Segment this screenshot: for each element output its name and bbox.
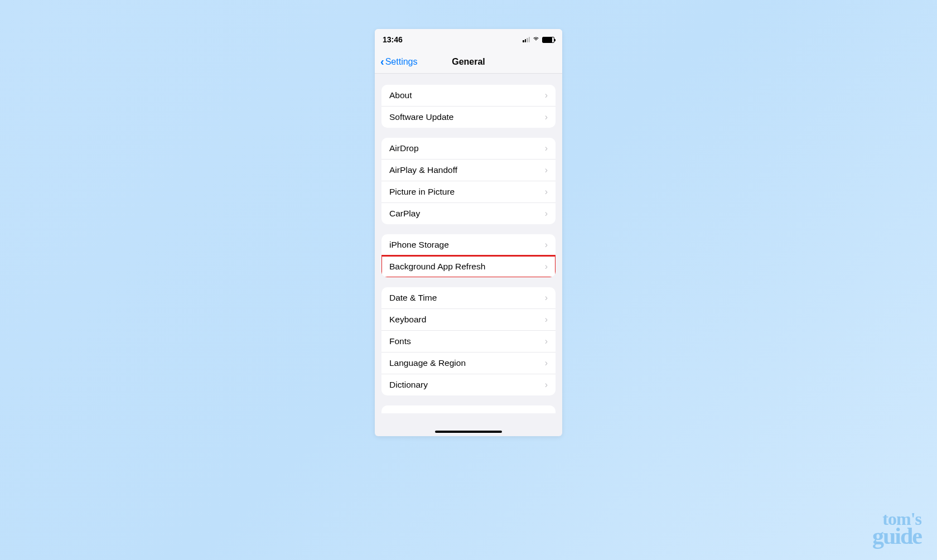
status-time: 13:46 [383, 35, 403, 44]
back-label: Settings [385, 57, 418, 67]
status-bar: 13:46 [375, 29, 562, 50]
chevron-right-icon: › [545, 209, 548, 219]
row-label: Dictionary [389, 380, 428, 390]
settings-content[interactable]: About›Software Update›AirDrop›AirPlay & … [375, 74, 562, 436]
wifi-icon [532, 35, 540, 45]
chevron-right-icon: › [545, 143, 548, 153]
back-button[interactable]: ‹ Settings [380, 55, 417, 68]
row-label: iPhone Storage [389, 240, 449, 250]
section-info: About›Software Update› [381, 85, 556, 128]
section-system: Date & Time›Keyboard›Fonts›Language & Re… [381, 287, 556, 395]
row-airdrop[interactable]: AirDrop› [381, 138, 556, 160]
page-title: General [452, 57, 485, 67]
row-software-update[interactable]: Software Update› [381, 107, 556, 128]
phone-screen: 13:46 ‹ Settings General About›Software … [375, 29, 562, 436]
row-label: Picture in Picture [389, 187, 455, 197]
row-language-region[interactable]: Language & Region› [381, 353, 556, 374]
row-label: Keyboard [389, 315, 426, 325]
row-keyboard[interactable]: Keyboard› [381, 309, 556, 331]
row-label: CarPlay [389, 209, 420, 219]
row-background-app-refresh[interactable]: Background App Refresh› [381, 256, 556, 277]
row-label: About [389, 90, 412, 100]
chevron-right-icon: › [545, 336, 548, 346]
row-picture-in-picture[interactable]: Picture in Picture› [381, 181, 556, 203]
home-indicator[interactable] [435, 431, 502, 433]
row-label: AirDrop [389, 143, 419, 153]
row-label: Language & Region [389, 358, 466, 368]
chevron-right-icon: › [545, 262, 548, 272]
row-label: Background App Refresh [389, 262, 485, 272]
chevron-right-icon: › [545, 112, 548, 122]
battery-icon [542, 37, 554, 43]
row-airplay-handoff[interactable]: AirPlay & Handoff› [381, 160, 556, 181]
chevron-right-icon: › [545, 358, 548, 368]
row-dictionary[interactable]: Dictionary› [381, 374, 556, 395]
cellular-signal-icon [523, 37, 530, 42]
section-connectivity: AirDrop›AirPlay & Handoff›Picture in Pic… [381, 138, 556, 224]
chevron-left-icon: ‹ [380, 55, 384, 68]
row-partial[interactable] [381, 405, 556, 413]
section-partial [381, 405, 556, 413]
row-about[interactable]: About› [381, 85, 556, 107]
chevron-right-icon: › [545, 380, 548, 390]
row-fonts[interactable]: Fonts› [381, 331, 556, 353]
chevron-right-icon: › [545, 187, 548, 197]
row-label: AirPlay & Handoff [389, 165, 457, 175]
row-iphone-storage[interactable]: iPhone Storage› [381, 234, 556, 256]
chevron-right-icon: › [545, 90, 548, 100]
row-date-time[interactable]: Date & Time› [381, 287, 556, 309]
navigation-bar: ‹ Settings General [375, 50, 562, 74]
row-label: Software Update [389, 112, 453, 122]
chevron-right-icon: › [545, 165, 548, 175]
status-icons [523, 35, 554, 45]
section-storage: iPhone Storage›Background App Refresh› [381, 234, 556, 277]
row-label: Date & Time [389, 293, 437, 303]
chevron-right-icon: › [545, 315, 548, 325]
row-carplay[interactable]: CarPlay› [381, 203, 556, 224]
chevron-right-icon: › [545, 293, 548, 303]
chevron-right-icon: › [545, 240, 548, 250]
row-label: Fonts [389, 336, 411, 346]
watermark-logo: tom's guide [872, 511, 921, 547]
